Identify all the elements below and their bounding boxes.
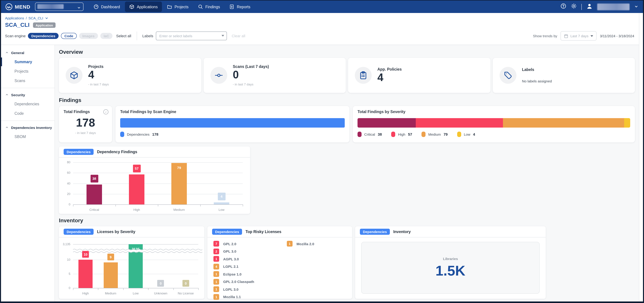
severity-segment-critical[interactable] xyxy=(358,118,416,128)
main-nav: DashboardApplicationsProjectsFindingsRep… xyxy=(89,1,255,13)
license-row-eclipse-1-0[interactable]: 1 Eclipse 1.0 xyxy=(214,271,287,277)
chevron-down-icon[interactable] xyxy=(45,16,49,20)
bar-value-label: 57 xyxy=(133,165,140,172)
bar-value-label: 0 xyxy=(182,280,189,287)
severity-segment-high[interactable] xyxy=(416,118,503,128)
user-menu-chevron-icon[interactable] xyxy=(634,4,638,10)
y-axis-tick: 0 xyxy=(61,203,70,206)
license-row-mozilla-2-0[interactable]: 1 Mozilla 2.0 xyxy=(287,241,347,246)
bar-high[interactable] xyxy=(129,174,144,204)
help-icon[interactable] xyxy=(560,3,566,10)
libraries-value: 1.5K xyxy=(436,263,465,279)
libraries-label: Libraries xyxy=(443,257,458,261)
license-name: Mozilla 2.0 xyxy=(296,242,314,246)
x-axis-label: Unknown xyxy=(148,291,173,295)
sidebar-item-projects[interactable]: Projects xyxy=(1,67,54,76)
license-row-lgpl-3-0[interactable]: 1 LGPL 3.0 xyxy=(214,286,287,292)
org-name-redacted xyxy=(37,4,64,9)
legend-chip xyxy=(422,132,426,137)
top-risky-licenses-card: Dependencies Top Risky Licenses 7 GPL 2.… xyxy=(207,226,352,299)
licenses-header: Dependencies Licenses by Severity xyxy=(59,226,204,237)
sidebar-section-security[interactable]: Security xyxy=(1,91,54,99)
labels-input[interactable] xyxy=(156,32,227,40)
sidebar-section-dependencies-inventory[interactable]: Dependencies Inventory xyxy=(1,123,54,132)
license-row-gpl-3-0[interactable]: 2 GPL 3.0 xyxy=(214,248,287,254)
nav-item-dashboard[interactable]: Dashboard xyxy=(89,2,124,12)
severity-segment-medium[interactable] xyxy=(503,118,624,128)
mend-logo[interactable]: MEND xyxy=(5,3,30,11)
scan-engine-pill-iac: IaC xyxy=(100,33,112,39)
bar-value-label: 4 xyxy=(218,193,226,200)
license-name: Mozilla 1.1 xyxy=(223,295,241,299)
bar-low[interactable] xyxy=(214,202,229,205)
select-all-button[interactable]: Select all xyxy=(116,34,131,38)
license-row-gpl-2-0[interactable]: 7 GPL 2.0 xyxy=(214,241,287,246)
chevron-up-icon xyxy=(6,126,8,130)
sidebar-item-sbom[interactable]: SBOM xyxy=(1,132,54,141)
labels-label: Labels xyxy=(142,34,153,38)
dropdown-arrow-icon[interactable] xyxy=(222,35,224,37)
sidebar-item-scans[interactable]: Scans xyxy=(1,76,54,85)
scrollbar-track[interactable] xyxy=(639,13,643,301)
x-axis-tick xyxy=(198,288,198,290)
avatar[interactable] xyxy=(586,3,592,11)
license-row-lgpl-2-1[interactable]: 4 LGPL 2.1 xyxy=(214,263,287,269)
inventory-card-title: Inventory xyxy=(393,230,411,234)
info-icon[interactable]: i xyxy=(103,109,108,114)
x-axis-tick xyxy=(173,288,174,290)
licenses-by-severity-card: Dependencies Licenses by Severity 3,1351… xyxy=(59,226,204,299)
x-axis-tick xyxy=(200,204,201,206)
bar-critical[interactable] xyxy=(86,184,102,204)
y-axis-tick: 3,135 xyxy=(61,242,70,246)
bar-high[interactable] xyxy=(78,260,92,288)
x-axis-label: Critical xyxy=(73,208,116,211)
trend-period-dropdown[interactable]: Last 7 days xyxy=(561,31,596,41)
legend-chip xyxy=(391,132,396,137)
dashboard-icon xyxy=(94,4,99,9)
clear-all-button[interactable]: Clear all xyxy=(232,34,245,38)
overview-cards: Projects4- in last 7 days Scans (Last 7 … xyxy=(59,58,635,93)
findings-icon xyxy=(198,4,203,9)
gear-icon[interactable] xyxy=(571,3,577,10)
risky-column: 7 GPL 2.02 GPL 3.01 AGPL 3.04 LGPL 2.11 … xyxy=(214,241,287,301)
nav-item-projects[interactable]: Projects xyxy=(163,2,193,12)
libraries-panel[interactable]: Libraries 1.5K xyxy=(361,242,540,294)
legend-label: Dependencies xyxy=(127,132,150,136)
legend-item-low: Low4 xyxy=(457,132,475,137)
legend-value: 178 xyxy=(152,132,158,136)
dependencies-badge: Dependencies xyxy=(212,229,242,235)
overview-card-app-policies: App. Policies4 xyxy=(348,58,490,93)
scan-engine-pill-code[interactable]: Code xyxy=(61,33,77,39)
sidebar-item-summary[interactable]: Summary xyxy=(1,57,54,67)
risky-header: Dependencies Top Risky Licenses xyxy=(207,226,352,237)
nav-item-findings[interactable]: Findings xyxy=(194,2,224,12)
y-axis-tick: 0 xyxy=(61,286,70,290)
bar-medium[interactable] xyxy=(104,262,118,288)
license-count-badge: 7 xyxy=(214,241,219,246)
license-count-badge: 2 xyxy=(214,248,219,254)
severity-stacked-bar xyxy=(358,118,630,128)
mend-logo-icon xyxy=(5,3,13,11)
gridline xyxy=(73,173,243,173)
license-name: GPL 3.0 xyxy=(223,249,236,253)
x-axis-tick xyxy=(243,204,243,206)
license-count-badge: 1 xyxy=(214,286,219,292)
license-row-gpl-2-0-classpath[interactable]: 1 GPL 2.0 Classpath xyxy=(214,279,287,284)
nav-item-applications[interactable]: Applications xyxy=(125,2,162,12)
severity-segment-low[interactable] xyxy=(624,118,630,128)
sidebar-item-dependencies[interactable]: Dependencies xyxy=(1,99,54,109)
bar-value-label: 9 xyxy=(107,254,114,260)
nav-item-reports[interactable]: Reports xyxy=(225,2,255,12)
sidebar-item-code[interactable]: Code xyxy=(1,109,54,118)
license-row-agpl-3-0[interactable]: 1 AGPL 3.0 xyxy=(214,256,287,262)
show-trends-by-label: Show trends by xyxy=(533,34,557,38)
breadcrumb-applications[interactable]: Applications xyxy=(5,16,24,20)
licenses-title: Licenses by Severity xyxy=(97,230,135,234)
org-selector-dropdown[interactable] xyxy=(35,3,84,11)
breadcrumb-current[interactable]: SCA_CLI xyxy=(28,16,43,20)
dependencies-bar[interactable] xyxy=(120,118,345,128)
license-row-mozilla-1-1[interactable]: 1 Mozilla 1.1 xyxy=(214,294,287,300)
sidebar-section-general[interactable]: General xyxy=(1,48,54,57)
calendar-icon xyxy=(564,34,568,38)
scan-engine-pill-dependencies[interactable]: Dependencies xyxy=(28,33,58,39)
